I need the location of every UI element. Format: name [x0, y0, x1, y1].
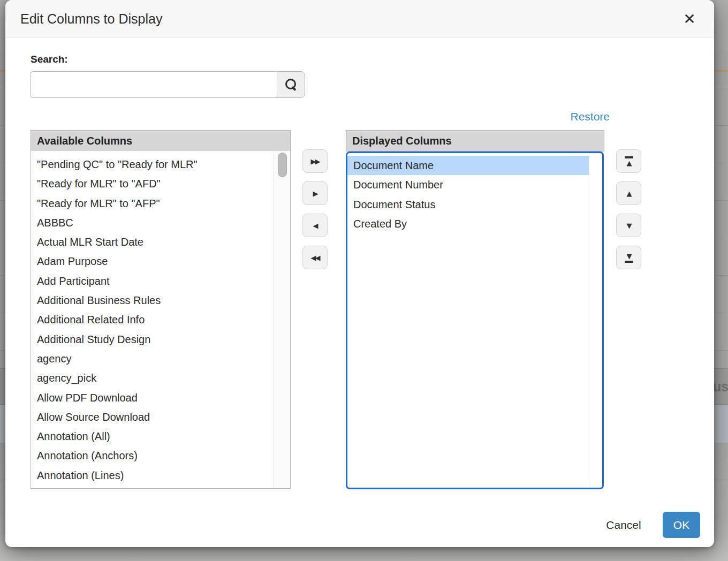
available-column-item[interactable]: Additional Study Design: [31, 330, 290, 349]
available-column-item[interactable]: Additional Business Rules: [31, 291, 290, 310]
double-left-arrow-icon: ◀◀: [311, 254, 320, 261]
available-column-item[interactable]: Adam Purpose: [31, 252, 290, 271]
displayed-column-item[interactable]: Created By: [347, 214, 602, 233]
background-partial-column-header: us: [713, 379, 728, 395]
displayed-column-item[interactable]: Document Number: [347, 175, 602, 194]
scrollbar-track[interactable]: [274, 151, 290, 488]
move-to-bottom-button[interactable]: ▼: [616, 246, 641, 269]
edit-columns-dialog: Edit Columns to Display ✕ Search: Restor…: [5, 0, 714, 547]
available-column-item[interactable]: Annotation (Anchors): [31, 446, 290, 465]
left-arrow-icon: ◀: [313, 222, 317, 229]
available-column-item[interactable]: Add Participant: [31, 271, 290, 291]
up-arrow-icon: ▲: [627, 160, 631, 166]
up-arrow-icon: ▲: [627, 190, 631, 197]
search-bar: [30, 71, 305, 98]
restore-link[interactable]: Restore: [503, 110, 610, 123]
ok-button[interactable]: OK: [663, 512, 700, 538]
search-button[interactable]: [277, 71, 305, 98]
cancel-button[interactable]: Cancel: [594, 515, 653, 535]
move-right-button[interactable]: ▶: [302, 181, 328, 205]
displayed-columns-header: Displayed Columns: [346, 130, 604, 151]
displayed-column-item[interactable]: Document Name: [347, 156, 589, 175]
available-column-item[interactable]: agency_pick: [31, 368, 290, 388]
available-column-item[interactable]: Allow PDF Download: [31, 388, 290, 407]
scrollbar-gutter: [589, 153, 589, 488]
available-column-item[interactable]: Annotation (All): [31, 427, 290, 446]
available-column-item[interactable]: "Ready for MLR" to "AFD": [31, 174, 290, 193]
available-columns-list[interactable]: "Pending QC" to "Ready for MLR""Ready fo…: [31, 151, 291, 489]
available-column-item[interactable]: Annotation (Lines): [31, 466, 290, 485]
displayed-column-item[interactable]: Document Status: [347, 195, 602, 214]
scrollbar-thumb[interactable]: [278, 153, 287, 177]
search-label: Search:: [31, 54, 68, 65]
available-column-item[interactable]: Actual MLR Start Date: [31, 232, 290, 252]
available-column-item[interactable]: Allow Source Download: [31, 407, 290, 427]
available-column-item[interactable]: "Pending QC" to "Ready for MLR": [31, 155, 290, 174]
move-left-button[interactable]: ◀: [302, 214, 328, 237]
close-icon[interactable]: ✕: [678, 7, 701, 31]
right-arrow-icon: ▶: [313, 190, 317, 197]
bottom-bar-icon: [625, 261, 633, 263]
available-column-item[interactable]: ABBBC: [31, 213, 290, 232]
available-column-item[interactable]: Additional Related Info: [31, 310, 290, 329]
down-arrow-icon: ▼: [627, 222, 631, 229]
double-right-arrow-icon: ▶▶: [311, 158, 320, 165]
move-up-button[interactable]: ▲: [616, 181, 641, 205]
available-columns-header: Available Columns: [31, 130, 291, 151]
search-icon: [285, 78, 298, 91]
down-arrow-icon: ▼: [627, 253, 631, 260]
displayed-columns-list[interactable]: Document NameDocument NumberDocument Sta…: [346, 151, 604, 489]
top-bar-icon: [625, 156, 633, 158]
available-column-item[interactable]: agency: [31, 349, 290, 368]
move-all-left-button[interactable]: ◀◀: [302, 246, 328, 269]
available-column-item[interactable]: "Ready for MLR" to "AFP": [31, 194, 290, 213]
search-input[interactable]: [30, 71, 277, 98]
move-all-right-button[interactable]: ▶▶: [302, 149, 328, 173]
dialog-header: Edit Columns to Display ✕: [5, 0, 714, 37]
dialog-title: Edit Columns to Display: [20, 0, 162, 37]
move-down-button[interactable]: ▼: [616, 214, 641, 237]
move-to-top-button[interactable]: ▲: [616, 149, 641, 173]
